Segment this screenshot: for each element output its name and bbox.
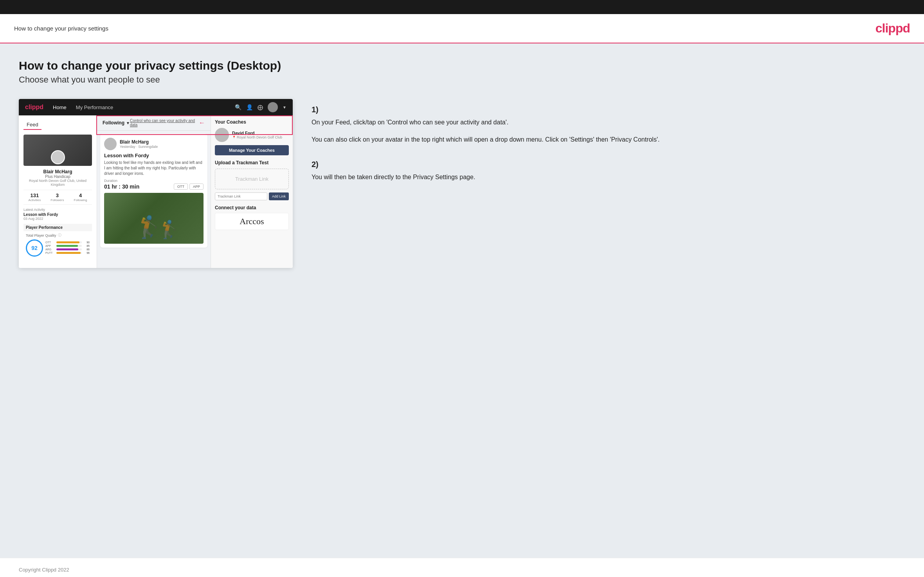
clippd-logo: clippd (875, 21, 910, 36)
post-meta: Yesterday · Sunningdale (120, 145, 158, 149)
post-desc: Looking to feel like my hands are exitin… (104, 160, 204, 176)
plus-icon[interactable]: ⨁ (258, 104, 263, 110)
instruction-2: 2) You will then be taken directly to th… (312, 160, 905, 182)
qbar-app: APP 85 (45, 244, 90, 247)
main-content: How to change your privacy settings (Des… (0, 43, 924, 558)
quality-bars: OTT 90 APP 85 ARG (45, 241, 90, 255)
following-label: Following (103, 120, 124, 126)
mockup-left-sidebar: Feed Blair McHarg Plus Handicap Royal No… (19, 115, 97, 268)
stat-following-label: Following (74, 198, 87, 202)
mockup-right-sidebar: Your Coaches David Ford 📍 Royal North De… (211, 115, 293, 268)
instruction-1: 1) On your Feed, click/tap on 'Control w… (312, 105, 905, 144)
following-button[interactable]: Following ▼ (103, 120, 130, 126)
chevron-down-icon[interactable]: ▼ (283, 105, 286, 110)
connect-title: Connect your data (215, 205, 289, 210)
mockup-feed: Following ▼ Control who can see your act… (97, 115, 211, 268)
site-footer: Copyright Clippd 2022 (0, 558, 924, 577)
post-avatar (104, 138, 117, 150)
manage-coaches-button[interactable]: Manage Your Coaches (215, 145, 289, 155)
stat-following-num: 4 (74, 192, 87, 198)
instructions-column: 1) On your Feed, click/tap on 'Control w… (312, 99, 905, 198)
coach-item: David Ford 📍 Royal North Devon Golf Club (215, 128, 289, 142)
app-mockup: clippd Home My Performance 🔍 👤 ⨁ ▼ Feed (19, 99, 293, 268)
coach-name: David Ford (232, 131, 282, 135)
article-subtitle: Choose what you want people to see (19, 75, 905, 85)
tag-app: APP (189, 183, 204, 190)
stat-followers-label: Followers (50, 198, 64, 202)
post-username: Blair McHarg (120, 139, 158, 145)
tag-badges: OTT APP (174, 183, 204, 190)
stat-activities: 131 Activities (29, 192, 41, 202)
qbar-putt: PUTT 96 (45, 252, 90, 254)
instruction-1-text-b: You can also click on your avatar in the… (312, 135, 905, 145)
instruction-1-number: 1) (312, 105, 905, 114)
post-image: 🏌️ 🏌️ (104, 193, 204, 244)
article-title: How to change your privacy settings (Des… (19, 59, 905, 72)
mockup-nav: clippd Home My Performance 🔍 👤 ⨁ ▼ (19, 99, 293, 115)
qbar-ott: OTT 90 (45, 241, 90, 244)
info-icon: ⓘ (58, 233, 61, 238)
two-column-layout: clippd Home My Performance 🔍 👤 ⨁ ▼ Feed (19, 99, 905, 268)
coaches-section: Your Coaches David Ford 📍 Royal North De… (215, 119, 289, 155)
profile-avatar (51, 150, 65, 164)
location-icon: 📍 (232, 136, 236, 139)
feed-following-bar: Following ▼ Control who can see your act… (97, 115, 211, 131)
profile-icon[interactable]: 👤 (246, 104, 253, 110)
feed-tab[interactable]: Feed (23, 120, 41, 130)
profile-handicap: Plus Handicap (23, 174, 92, 179)
post-duration: 01 hr : 30 min (104, 183, 139, 190)
post-title: Lesson with Fordy (104, 153, 204, 158)
mockup-nav-home[interactable]: Home (53, 104, 67, 110)
feed-post: Blair McHarg Yesterday · Sunningdale Les… (100, 134, 207, 248)
page-title: How to change your privacy settings (14, 25, 108, 32)
post-duration-row: 01 hr : 30 min OTT APP (104, 183, 204, 190)
profile-banner (23, 135, 92, 166)
stats-row: 131 Activities 3 Followers 4 Following (23, 190, 92, 205)
trackman-input-row: Add Link (215, 192, 289, 200)
chevron-down-icon: ▼ (126, 121, 130, 125)
stat-followers-num: 3 (50, 192, 64, 198)
quality-circle: 92 (26, 239, 43, 257)
nav-avatar[interactable] (268, 102, 278, 112)
trackman-placeholder: Trackman Link (215, 169, 289, 189)
stat-activities-num: 131 (29, 192, 41, 198)
stat-activities-label: Activities (29, 198, 41, 202)
footer-copyright: Copyright Clippd 2022 (19, 567, 69, 573)
right-arrow-icon: ← (199, 119, 205, 126)
tag-ott: OTT (174, 183, 188, 190)
stat-followers: 3 Followers (50, 192, 64, 202)
latest-activity-date: 03 Aug 2022 (23, 217, 92, 221)
total-quality-label: Total Player Quality ⓘ (23, 233, 92, 238)
latest-activity-label: Latest Activity (23, 208, 92, 212)
top-bar (0, 0, 924, 14)
search-icon[interactable]: 🔍 (235, 104, 241, 110)
arccos-label: Arccos (215, 213, 289, 230)
instruction-1-text-a: On your Feed, click/tap on 'Control who … (312, 117, 905, 128)
control-link[interactable]: Control who can see your activity and da… (130, 119, 197, 127)
connect-section: Connect your data Arccos (215, 205, 289, 230)
post-user-row: Blair McHarg Yesterday · Sunningdale (104, 138, 204, 150)
coach-club: 📍 Royal North Devon Golf Club (232, 135, 282, 139)
trackman-section: Upload a Trackman Test Trackman Link Add… (215, 160, 289, 200)
mockup-body: Feed Blair McHarg Plus Handicap Royal No… (19, 115, 293, 268)
golfer-silhouette-2: 🏌️ (158, 219, 180, 240)
post-user-info: Blair McHarg Yesterday · Sunningdale (120, 139, 158, 149)
profile-name: Blair McHarg (23, 169, 92, 174)
stat-following: 4 Following (74, 192, 87, 202)
coach-avatar (215, 128, 229, 142)
latest-activity-name: Lesson with Fordy (23, 212, 92, 217)
trackman-input[interactable] (215, 192, 267, 200)
add-link-button[interactable]: Add Link (269, 192, 289, 200)
profile-club: Royal North Devon Golf Club, United King… (23, 179, 92, 187)
coaches-title: Your Coaches (215, 119, 289, 125)
quality-content: 92 OTT 90 APP 85 (23, 238, 92, 258)
mockup-nav-performance[interactable]: My Performance (76, 104, 113, 110)
instruction-2-text: You will then be taken directly to the P… (312, 172, 905, 182)
instruction-2-number: 2) (312, 160, 905, 169)
coach-info: David Ford 📍 Royal North Devon Golf Club (232, 131, 282, 139)
mockup-logo: clippd (25, 104, 43, 111)
mockup-nav-right: 🔍 👤 ⨁ ▼ (235, 102, 286, 112)
site-header: How to change your privacy settings clip… (0, 14, 924, 43)
qbar-arg: ARG 86 (45, 248, 90, 251)
control-link-container: Control who can see your activity and da… (130, 119, 205, 127)
